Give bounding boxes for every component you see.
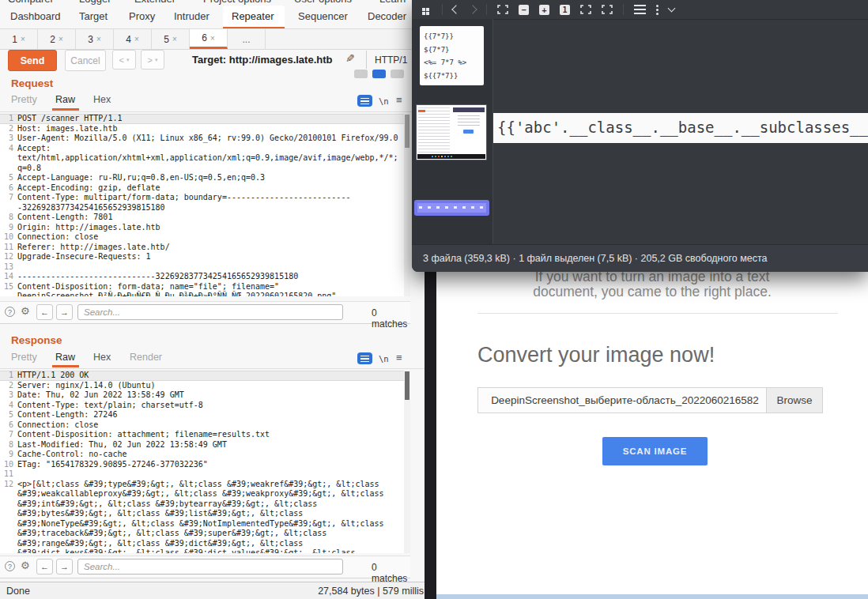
code-line: 9Cache-Control: no-cache — [0, 450, 410, 460]
tab-repeater[interactable]: Repeater — [232, 10, 274, 22]
repeater-tab-2[interactable]: 2× — [38, 29, 76, 49]
tab-sequencer[interactable]: Sequencer — [298, 10, 348, 22]
search-next-button[interactable]: → — [56, 559, 73, 575]
request-title: Request — [11, 77, 53, 89]
page-tagline: If you want to turn an image into a text… — [436, 269, 868, 300]
file-picker-window: − + 1 {{7*7}} ${7*7} <%= 7*7 %> ${{7*7}} — [412, 0, 868, 272]
code-line: 10Connection: close — [0, 232, 410, 243]
edit-target-pencil-icon[interactable]: ✎ — [345, 52, 355, 65]
tab-raw[interactable]: Raw — [55, 352, 75, 363]
layout-split-icon-selected[interactable] — [372, 70, 386, 78]
repeater-tab-1[interactable]: 1× — [0, 29, 38, 49]
thumbnail-payload-image[interactable]: {{7*7}} ${7*7} <%= 7*7 %> ${{7*7}} — [420, 26, 484, 85]
forward-icon[interactable] — [468, 5, 477, 13]
help-icon[interactable]: ? — [5, 561, 15, 571]
code-line: DeepinScreenshot_Ð²Ñ‹Ð±ÐµÑ€Ð¸Ñ‚Ðµ-Ð¾Ð±Ð»… — [0, 292, 410, 296]
response-scrollbar[interactable] — [404, 371, 410, 553]
taskbar-strip — [436, 594, 868, 599]
editor-menu-icon[interactable]: ≡ — [396, 94, 402, 106]
search-prev-button[interactable]: ← — [36, 559, 53, 575]
code-line: 3Date: Thu, 02 Jun 2022 13:58:49 GMT — [0, 390, 410, 401]
main-image-preview[interactable]: {{'abc'.__class__.__base__.__subclasses_… — [493, 113, 868, 143]
repeater-tab-4[interactable]: 4× — [114, 29, 152, 49]
close-icon[interactable]: × — [134, 35, 139, 43]
repeater-tab-overflow[interactable]: ... — [228, 29, 266, 49]
tab-dashboard[interactable]: Dashboard — [10, 10, 61, 22]
thumbnail-screenshot-image[interactable] — [416, 104, 487, 160]
code-line: 11 — [0, 469, 410, 480]
tab-target[interactable]: Target — [79, 10, 108, 22]
request-editor[interactable]: 1POST /scanner HTTP/1.12Host: images.lat… — [0, 114, 410, 296]
response-editor[interactable]: 1HTTP/1.1 200 OK2Server: nginx/1.14.0 (U… — [0, 371, 410, 553]
convert-image-page: If you want to turn an image into a text… — [436, 258, 868, 599]
thumbnail-panel: {{7*7}} ${7*7} <%= 7*7 %> ${{7*7}} — [412, 19, 493, 245]
editor-menu-icon[interactable]: ≡ — [396, 352, 402, 364]
tab-intruder[interactable]: Intruder — [174, 10, 209, 22]
help-icon[interactable]: ? — [5, 307, 15, 317]
fit-window-icon[interactable] — [602, 5, 613, 14]
close-icon[interactable]: × — [21, 35, 25, 43]
next-request-button[interactable]: >▾ — [141, 50, 164, 70]
kebab-menu-icon[interactable] — [656, 5, 659, 7]
repeater-tab-3[interactable]: 3× — [76, 29, 114, 49]
tab-decoder[interactable]: Decoder — [368, 10, 406, 22]
code-line: 14-----------------------------322692837… — [0, 272, 410, 282]
layout-columns-icon[interactable] — [354, 70, 368, 78]
tab-pretty[interactable]: Pretty — [11, 94, 37, 105]
scan-image-button[interactable]: SCAN IMAGE — [602, 437, 708, 465]
response-title: Response — [11, 334, 62, 346]
close-icon[interactable]: × — [96, 35, 101, 43]
gear-icon[interactable]: ⚙ — [21, 559, 30, 571]
browse-button[interactable]: Browse — [766, 388, 822, 413]
status-metrics: 27,584 bytes | 579 millis — [318, 586, 424, 597]
tab-render[interactable]: Render — [130, 352, 162, 363]
cancel-button[interactable]: Cancel — [65, 50, 106, 71]
layout-single-icon[interactable] — [391, 70, 404, 78]
show-newlines-icon[interactable]: \n — [379, 96, 389, 106]
search-next-button[interactable]: → — [56, 304, 73, 320]
repeater-tab-6-selected[interactable]: 6× — [190, 29, 228, 49]
tab-pretty[interactable]: Pretty — [11, 352, 37, 363]
code-line: 8Content-Length: 7801 — [0, 213, 410, 223]
close-icon[interactable]: × — [210, 34, 215, 43]
code-line: 1POST /scanner HTTP/1.1 — [0, 114, 410, 124]
http-version-selector[interactable]: HTTP/1 — [375, 55, 407, 66]
pretty-print-icon[interactable] — [357, 95, 372, 107]
code-line: 12Upgrade-Insecure-Requests: 1 — [0, 252, 410, 262]
show-newlines-icon[interactable]: \n — [379, 354, 389, 364]
send-button[interactable]: Send — [8, 50, 57, 71]
actual-size-icon[interactable]: 1 — [560, 5, 570, 15]
code-line: 9Origin: http://images.late.htb — [0, 223, 410, 233]
tab-raw[interactable]: Raw — [55, 94, 75, 105]
thumbnails-grid-icon[interactable] — [422, 8, 425, 11]
file-upload-field[interactable]: DeepinScreenshot_выберите-область_202206… — [477, 387, 823, 413]
search-prev-button[interactable]: ← — [36, 304, 53, 320]
close-icon[interactable]: × — [172, 35, 177, 43]
fullscreen-icon[interactable] — [497, 5, 508, 14]
back-icon[interactable] — [451, 5, 460, 13]
code-line: 7Content-Disposition: attachment; filena… — [0, 430, 410, 440]
repeater-tab-5[interactable]: 5× — [152, 29, 190, 49]
code-line: 10ETag: "1654178329.90895-27246-37703223… — [0, 460, 410, 470]
tab-proxy[interactable]: Proxy — [129, 10, 155, 22]
code-line: 2Host: images.late.htb — [0, 124, 410, 134]
code-line: 1HTTP/1.1 200 OK — [0, 371, 410, 381]
gear-icon[interactable]: ⚙ — [21, 305, 30, 317]
fit-width-icon[interactable] — [580, 5, 591, 14]
search-input[interactable]: Search... — [77, 559, 343, 575]
thumbnail-selected-image[interactable] — [414, 200, 489, 216]
chevron-down-icon[interactable] — [668, 5, 676, 13]
tab-hex[interactable]: Hex — [93, 94, 111, 105]
pretty-print-icon[interactable] — [357, 352, 372, 364]
request-scrollbar[interactable] — [404, 114, 410, 296]
browser-window: If you want to turn an image into a text… — [425, 258, 868, 599]
code-line: 3User-Agent: Mozilla/5.0 (X11; Linux x86… — [0, 134, 410, 144]
tab-hex[interactable]: Hex — [93, 352, 111, 363]
list-view-icon[interactable] — [634, 5, 646, 14]
request-search-bar: ? ⚙ ← → Search... 0 matches — [0, 301, 410, 324]
zoom-in-icon[interactable]: + — [539, 5, 549, 15]
close-icon[interactable]: × — [58, 35, 63, 43]
prev-request-button[interactable]: <▾ — [112, 50, 136, 70]
zoom-out-icon[interactable]: − — [519, 5, 529, 15]
search-input[interactable]: Search... — [77, 304, 343, 320]
